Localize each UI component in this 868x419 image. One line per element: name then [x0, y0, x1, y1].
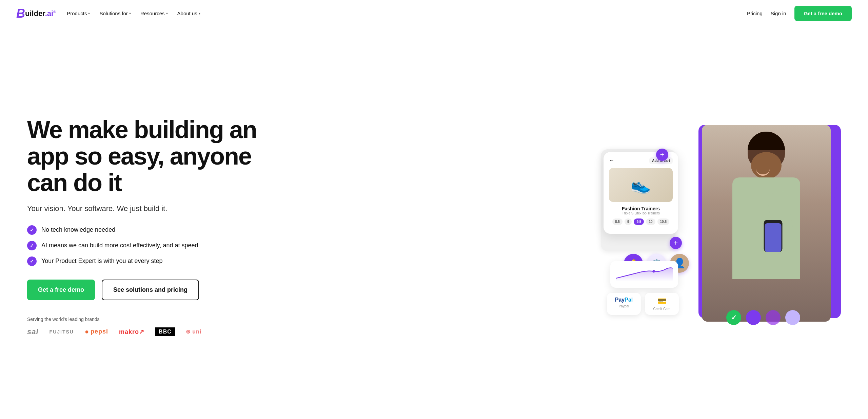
- check-dot-icon: ✓: [726, 310, 741, 325]
- feature-text-1: No tech knowledge needed: [41, 226, 115, 233]
- feature-item-3: ✓ Your Product Expert is with you at eve…: [27, 256, 264, 266]
- nav-pricing-link[interactable]: Pricing: [747, 11, 763, 16]
- brand-logos: sal FUJITSU ●pepsi makro↗ BBC ⊛ uni: [27, 327, 264, 336]
- size-selector: 8.5 9 9.5 10 10.5: [609, 218, 673, 225]
- check-icon-3: ✓: [27, 256, 37, 266]
- plus-button-top[interactable]: +: [656, 149, 668, 161]
- payment-row: PayPal Paypal 💳 Credit Card: [607, 293, 679, 315]
- hero-get-demo-button[interactable]: Get a free demo: [27, 280, 95, 300]
- app-card: ← Add to cart 👟 Fashion Trainers Triple …: [604, 152, 678, 234]
- brand-makro: makro↗: [119, 328, 144, 336]
- chevron-down-icon: ▾: [88, 12, 90, 15]
- nav-link-solutions-label: Solutions for: [99, 11, 127, 16]
- purple-dot-1: [746, 310, 761, 325]
- nav-link-resources-label: Resources: [140, 11, 165, 16]
- size-9[interactable]: 9: [625, 218, 632, 225]
- paypal-card: PayPal Paypal: [607, 293, 641, 315]
- paypal-label: Paypal: [619, 304, 629, 308]
- hero-features-list: ✓ No tech knowledge needed ✓ AI means we…: [27, 225, 264, 266]
- navigation: B uilder.ai® Products ▾ Solutions for ▾ …: [0, 0, 868, 27]
- plus-button-middle[interactable]: +: [670, 237, 682, 249]
- product-image: 👟: [609, 168, 673, 202]
- check-icon-1: ✓: [27, 225, 37, 235]
- feature-text-3: Your Product Expert is with you at every…: [41, 258, 163, 265]
- analytics-chart: [616, 266, 673, 282]
- brand-bbc: BBC: [155, 327, 175, 336]
- nav-link-about-label: About us: [177, 11, 197, 16]
- hero-section: We make building an app so easy, anyone …: [0, 27, 868, 419]
- brand-uni: ⊛ uni: [186, 328, 201, 335]
- logo-text: uilder.ai®: [25, 9, 56, 18]
- chevron-down-icon: ▾: [129, 12, 131, 15]
- brands-section: Serving the world's leading brands sal F…: [27, 317, 264, 336]
- size-8-5[interactable]: 8.5: [612, 218, 623, 225]
- brand-pepsi: ●pepsi: [85, 328, 108, 336]
- logo-b: B: [16, 6, 25, 21]
- chevron-down-icon: ▾: [199, 12, 200, 15]
- brands-label: Serving the world's leading brands: [27, 317, 264, 322]
- hero-person-image: [702, 125, 831, 322]
- feature-item-1: ✓ No tech knowledge needed: [27, 225, 264, 235]
- analytics-card: [610, 261, 678, 288]
- purple-dot-2: [766, 310, 781, 325]
- brand-fujitsu: FUJITSU: [50, 329, 74, 335]
- bottom-dots: ✓: [726, 310, 800, 325]
- nav-link-about[interactable]: About us ▾: [177, 11, 200, 16]
- hero-subtitle: Your vision. Your software. We just buil…: [27, 204, 264, 213]
- credit-card-label: Credit Card: [653, 307, 670, 311]
- nav-left: B uilder.ai® Products ▾ Solutions for ▾ …: [16, 6, 200, 21]
- hero-illustration-right: + + ← Add to cart 👟 Fashion Trainers Tri…: [604, 132, 841, 322]
- nav-right: Pricing Sign in Get a free demo: [747, 6, 852, 21]
- nav-get-demo-button[interactable]: Get a free demo: [794, 6, 852, 21]
- feature-item-2: ✓ AI means we can build more cost effect…: [27, 241, 264, 250]
- nav-link-resources[interactable]: Resources ▾: [140, 11, 168, 16]
- nav-signin-link[interactable]: Sign in: [771, 11, 786, 16]
- logo[interactable]: B uilder.ai®: [16, 6, 56, 21]
- feature-link-ai[interactable]: AI means we can build more cost effectiv…: [41, 242, 160, 249]
- check-icon-2: ✓: [27, 241, 37, 250]
- size-10[interactable]: 10: [646, 218, 655, 225]
- credit-card-icon: 💳: [657, 297, 667, 306]
- nav-links: Products ▾ Solutions for ▾ Resources ▾ A…: [67, 11, 200, 16]
- purple-dot-3: [785, 310, 800, 325]
- hero-buttons: Get a free demo See solutions and pricin…: [27, 280, 264, 300]
- size-10-5[interactable]: 10.5: [657, 218, 669, 225]
- size-9-5[interactable]: 9.5: [634, 218, 644, 225]
- product-subtitle: Triple S Lite-Top Trainers: [609, 211, 673, 215]
- nav-link-products-label: Products: [67, 11, 87, 16]
- chevron-down-icon: ▾: [166, 12, 168, 15]
- hero-content-left: We make building an app so easy, anyone …: [27, 117, 264, 336]
- feature-text-2: AI means we can build more cost effectiv…: [41, 242, 198, 249]
- nav-link-products[interactable]: Products ▾: [67, 11, 90, 16]
- back-arrow-icon[interactable]: ←: [609, 157, 614, 164]
- hero-title: We make building an app so easy, anyone …: [27, 117, 264, 196]
- hero-solutions-pricing-button[interactable]: See solutions and pricing: [102, 280, 199, 300]
- credit-card-card: 💳 Credit Card: [645, 293, 679, 315]
- product-name: Fashion Trainers: [609, 206, 673, 211]
- paypal-icon: PayPal: [615, 297, 633, 303]
- nav-link-solutions[interactable]: Solutions for ▾: [99, 11, 131, 16]
- svg-point-2: [652, 270, 655, 272]
- brand-sal: sal: [27, 327, 39, 336]
